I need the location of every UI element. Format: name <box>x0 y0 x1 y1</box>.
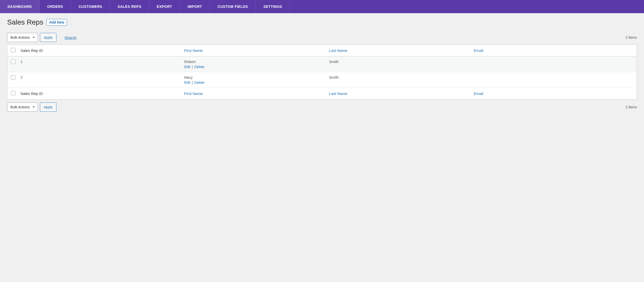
cell-last-name: Smith <box>327 56 471 72</box>
top-nav: DASHBOARD ORDERS CUSTOMERS SALES REPS EX… <box>0 0 644 13</box>
cell-email <box>471 56 637 72</box>
items-count-top: 2 items <box>626 35 637 39</box>
bulk-actions-select-bottom[interactable]: Bulk Actions <box>7 103 38 112</box>
delete-link[interactable]: Delete <box>194 65 204 69</box>
sales-reps-table: Sales Rep ID First Name Last Name Email … <box>7 45 637 99</box>
column-footer-email[interactable]: Email <box>471 88 637 99</box>
column-header-first-name[interactable]: First Name <box>182 45 326 56</box>
delete-link[interactable]: Delete <box>194 80 204 85</box>
nav-custom-fields[interactable]: CUSTOM FIELDS <box>210 0 256 13</box>
column-header-last-name[interactable]: Last Name <box>327 45 471 56</box>
row-checkbox[interactable] <box>11 75 15 80</box>
cell-last-name: Smith <box>327 72 471 88</box>
bulk-actions-select[interactable]: Bulk Actions <box>7 33 38 42</box>
page-title: Sales Reps <box>7 18 43 26</box>
edit-link[interactable]: Edit <box>184 65 190 69</box>
column-header-id: Sales Rep ID <box>18 45 182 56</box>
cell-email <box>471 72 637 88</box>
table-row: 2 Mary Edit | Delete Smith <box>7 72 637 88</box>
nav-sales-reps[interactable]: SALES REPS <box>110 0 149 13</box>
row-actions: Edit | Delete <box>184 65 324 69</box>
select-all-checkbox-top[interactable] <box>11 48 15 52</box>
search-link[interactable]: Search <box>65 35 77 40</box>
action-separator: | <box>191 65 193 69</box>
row-checkbox[interactable] <box>11 59 15 64</box>
tablenav-top: Bulk Actions Apply Search 2 items <box>7 33 637 42</box>
items-count-bottom: 2 items <box>626 105 637 109</box>
select-all-checkbox-bottom[interactable] <box>11 91 15 95</box>
column-footer-first-name[interactable]: First Name <box>182 88 326 99</box>
column-footer-id: Sales Rep ID <box>18 88 182 99</box>
table-row: 1 Robert Edit | Delete Smith <box>7 56 637 72</box>
add-new-button[interactable]: Add New <box>46 19 67 26</box>
cell-first-name: Robert <box>184 59 324 64</box>
nav-settings[interactable]: SETTINGS <box>256 0 290 13</box>
cell-id: 2 <box>18 72 182 88</box>
tablenav-bottom: Bulk Actions Apply 2 items <box>7 103 637 112</box>
column-footer-last-name[interactable]: Last Name <box>327 88 471 99</box>
row-actions: Edit | Delete <box>184 80 324 85</box>
cell-first-name: Mary <box>184 75 324 79</box>
nav-import[interactable]: IMPORT <box>180 0 210 13</box>
cell-id: 1 <box>18 56 182 72</box>
edit-link[interactable]: Edit <box>184 80 190 85</box>
nav-customers[interactable]: CUSTOMERS <box>71 0 110 13</box>
column-header-email[interactable]: Email <box>471 45 637 56</box>
page-header: Sales Reps Add New <box>7 18 637 26</box>
nav-orders[interactable]: ORDERS <box>40 0 71 13</box>
apply-button-bottom[interactable]: Apply <box>40 103 56 112</box>
action-separator: | <box>191 80 193 85</box>
nav-export[interactable]: EXPORT <box>149 0 180 13</box>
apply-button-top[interactable]: Apply <box>40 33 56 42</box>
nav-dashboard[interactable]: DASHBOARD <box>0 0 40 13</box>
